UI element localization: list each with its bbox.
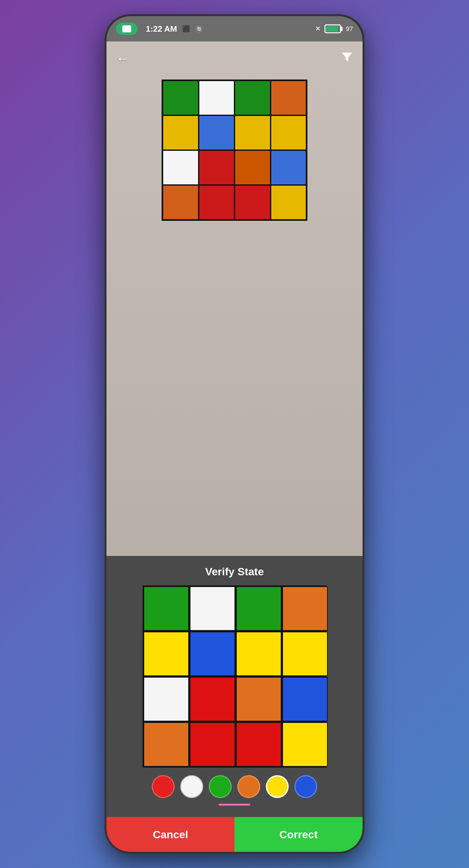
photo-cube-cell <box>199 185 235 220</box>
phone-frame: 1:22 AM ⬛ 🔘 ✕ 97 ← <box>105 14 364 854</box>
photo-cube-cell <box>199 115 235 150</box>
photo-cube-row <box>163 150 306 185</box>
photo-cube-cell <box>199 81 235 115</box>
battery-percent: 97 <box>346 25 353 33</box>
photo-cube-cell <box>235 185 271 220</box>
battery-icon <box>324 24 341 33</box>
color-dot-red[interactable] <box>152 775 175 798</box>
grid-cell[interactable] <box>282 677 328 721</box>
camera-pill <box>116 23 138 35</box>
sim-icon: ⬛ <box>182 25 190 33</box>
screen: 1:22 AM ⬛ 🔘 ✕ 97 ← <box>107 16 362 852</box>
bottom-buttons: Cancel Correct <box>107 817 362 852</box>
color-dot-orange[interactable] <box>237 775 260 798</box>
cancel-button[interactable]: Cancel <box>107 817 235 852</box>
grid-cell[interactable] <box>144 677 189 721</box>
filter-button[interactable] <box>341 51 353 66</box>
photo-cube-cell <box>163 185 199 220</box>
photo-cube-row <box>163 115 306 150</box>
photo-cube <box>162 80 307 221</box>
camera-icon <box>122 25 131 32</box>
grid-cell[interactable] <box>190 722 235 767</box>
grid-cell[interactable] <box>236 632 282 676</box>
photo-cube-cell <box>235 150 271 185</box>
photo-cube-cell <box>235 81 271 115</box>
grid-cell[interactable] <box>144 586 189 631</box>
grid-cell[interactable] <box>144 722 189 767</box>
grid-cell[interactable] <box>190 632 235 676</box>
color-dot-yellow[interactable] <box>266 775 289 798</box>
photo-cube-cell <box>163 150 199 185</box>
photo-cube-row <box>163 185 306 220</box>
photo-cube-row <box>163 81 306 115</box>
grid-cell[interactable] <box>282 586 328 631</box>
color-palette <box>152 775 317 798</box>
photo-cube-cell <box>199 150 235 185</box>
grid-cell[interactable] <box>236 722 282 767</box>
grid-cell[interactable] <box>144 632 189 676</box>
photo-cube-cell <box>235 115 271 150</box>
photo-cube-cell <box>271 81 307 115</box>
grid-cell[interactable] <box>236 586 282 631</box>
verify-modal: Verify State <box>107 556 362 817</box>
photo-cube-cell <box>271 115 307 150</box>
modal-title: Verify State <box>205 565 264 578</box>
back-button[interactable]: ← <box>116 51 129 66</box>
photo-cube-cell <box>271 185 307 220</box>
color-dot-blue[interactable] <box>294 775 317 798</box>
signal-icon: 🔘 <box>195 25 203 33</box>
battery-fill <box>326 26 338 32</box>
color-dot-white[interactable] <box>180 775 203 798</box>
status-icons-group: ✕ 97 <box>315 24 353 33</box>
grid-cell[interactable] <box>282 722 328 767</box>
grid-cell[interactable] <box>282 632 328 676</box>
photo-cube-cell <box>163 81 199 115</box>
status-time: 1:22 AM <box>146 24 177 34</box>
cube-grid[interactable] <box>143 585 326 768</box>
photo-cube-cell <box>271 150 307 185</box>
x-icon: ✕ <box>315 25 321 33</box>
correct-button[interactable]: Correct <box>235 817 362 852</box>
status-bar: 1:22 AM ⬛ 🔘 ✕ 97 <box>107 16 362 41</box>
grid-cell[interactable] <box>190 586 235 631</box>
grid-cell[interactable] <box>190 677 235 721</box>
color-dot-green[interactable] <box>209 775 232 798</box>
grid-cell[interactable] <box>236 677 282 721</box>
photo-cube-cell <box>163 115 199 150</box>
photo-area: ← <box>107 41 362 556</box>
scroll-indicator <box>219 804 250 806</box>
svg-marker-0 <box>342 53 352 61</box>
